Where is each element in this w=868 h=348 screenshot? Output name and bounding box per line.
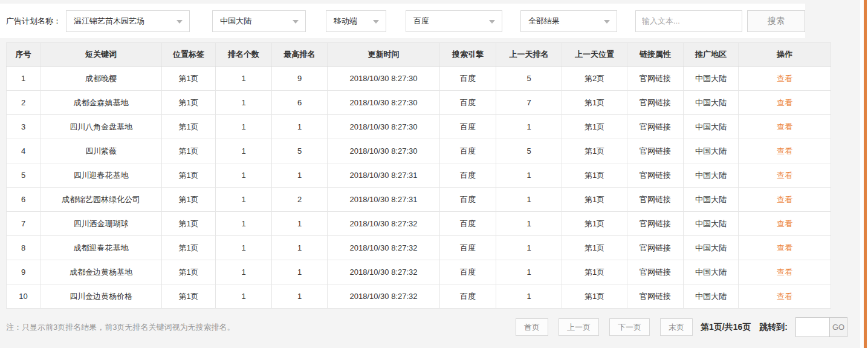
column-header-prev-day-rank: 上一天排名 bbox=[496, 43, 562, 67]
prev-page-button[interactable]: 上一页 bbox=[559, 318, 599, 336]
view-link[interactable]: 查看 bbox=[777, 243, 792, 252]
chevron-down-icon bbox=[293, 20, 299, 24]
cell-prev-day-position: 第1页 bbox=[562, 284, 627, 309]
engine-select[interactable]: 百度 bbox=[406, 10, 502, 32]
cell-update-time: 2018/10/30 8:27:31 bbox=[328, 163, 440, 188]
cell-update-time: 2018/10/30 8:27:30 bbox=[328, 91, 440, 115]
footer: 注：只显示前3页排名结果，前3页无排名关键词视为无搜索排名。 首页 上一页 下一… bbox=[6, 317, 847, 337]
cell-position-tag: 第1页 bbox=[162, 163, 216, 188]
cell-keyword: 成都金森嫃基地 bbox=[40, 91, 162, 115]
plan-select[interactable]: 温江锦艺苗木园艺场 bbox=[66, 10, 190, 32]
cell-link-attr: 官网链接 bbox=[627, 236, 684, 260]
chevron-down-icon bbox=[604, 20, 610, 24]
view-link[interactable]: 查看 bbox=[777, 146, 792, 156]
cell-prev-day-position: 第1页 bbox=[562, 91, 627, 115]
region-select-value: 中国大陆 bbox=[220, 16, 251, 27]
cell-promo-region: 中国大陆 bbox=[684, 67, 739, 91]
jump-to-label: 跳转到: bbox=[759, 322, 788, 333]
cell-prev-day-rank: 1 bbox=[496, 236, 562, 260]
cell-update-time: 2018/10/30 8:27:32 bbox=[328, 236, 440, 260]
scrollbar-thumb[interactable] bbox=[864, 0, 867, 348]
cell-rank-count: 1 bbox=[216, 139, 272, 163]
cell-update-time: 2018/10/30 8:27:32 bbox=[328, 284, 440, 309]
cell-keyword: 成都锦艺园林绿化公司 bbox=[40, 188, 162, 212]
cell-prev-day-rank: 5 bbox=[496, 139, 562, 163]
cell-keyword: 四川迎春花基地 bbox=[40, 163, 162, 188]
cell-index: 9 bbox=[7, 260, 40, 284]
cell-keyword: 成都金边黄杨基地 bbox=[40, 260, 162, 284]
cell-search-engine: 百度 bbox=[440, 139, 496, 163]
view-link[interactable]: 查看 bbox=[777, 98, 792, 107]
column-header-prev-day-position: 上一天位置 bbox=[562, 43, 627, 67]
view-link[interactable]: 查看 bbox=[777, 171, 792, 180]
cell-action: 查看 bbox=[739, 67, 831, 91]
cell-prev-day-rank: 1 bbox=[496, 260, 562, 284]
cell-best-rank: 6 bbox=[272, 91, 328, 115]
view-link[interactable]: 查看 bbox=[777, 74, 792, 83]
cell-update-time: 2018/10/30 8:27:32 bbox=[328, 260, 440, 284]
cell-rank-count: 1 bbox=[216, 260, 272, 284]
cell-index: 6 bbox=[7, 188, 40, 212]
cell-search-engine: 百度 bbox=[440, 67, 496, 91]
cell-action: 查看 bbox=[739, 163, 831, 188]
jump-page-input[interactable] bbox=[795, 317, 830, 337]
table-row: 5四川迎春花基地第1页112018/10/30 8:27:31百度1第1页官网链… bbox=[7, 163, 831, 188]
cell-action: 查看 bbox=[739, 188, 831, 212]
cell-search-engine: 百度 bbox=[440, 91, 496, 115]
cell-update-time: 2018/10/30 8:27:31 bbox=[328, 188, 440, 212]
cell-best-rank: 5 bbox=[272, 139, 328, 163]
cell-prev-day-position: 第1页 bbox=[562, 260, 627, 284]
cell-link-attr: 官网链接 bbox=[627, 67, 684, 91]
cell-position-tag: 第1页 bbox=[162, 236, 216, 260]
plan-select-value: 温江锦艺苗木园艺场 bbox=[74, 16, 144, 27]
view-link[interactable]: 查看 bbox=[777, 292, 792, 301]
cell-promo-region: 中国大陆 bbox=[684, 139, 739, 163]
cell-rank-count: 1 bbox=[216, 91, 272, 115]
cell-keyword: 四川酒金珊瑚球 bbox=[40, 212, 162, 236]
table-row: 1成都晚樱第1页192018/10/30 8:27:30百度5第2页官网链接中国… bbox=[7, 67, 831, 91]
search-input[interactable] bbox=[635, 10, 742, 32]
first-page-button[interactable]: 首页 bbox=[516, 318, 548, 336]
column-header-update-time: 更新时间 bbox=[328, 43, 440, 67]
cell-position-tag: 第1页 bbox=[162, 67, 216, 91]
plan-name-label: 广告计划名称： bbox=[6, 16, 61, 27]
next-page-button[interactable]: 下一页 bbox=[609, 318, 650, 336]
cell-update-time: 2018/10/30 8:27:30 bbox=[328, 67, 440, 91]
cell-promo-region: 中国大陆 bbox=[684, 212, 739, 236]
cell-rank-count: 1 bbox=[216, 115, 272, 139]
cell-position-tag: 第1页 bbox=[162, 284, 216, 309]
cell-keyword: 成都迎春花基地 bbox=[40, 236, 162, 260]
go-button[interactable]: GO bbox=[830, 317, 847, 337]
region-select[interactable]: 中国大陆 bbox=[212, 10, 306, 32]
cell-position-tag: 第1页 bbox=[162, 260, 216, 284]
keyword-rank-table: 序号短关键词位置标签排名个数最高排名更新时间搜索引擎上一天排名上一天位置链接属性… bbox=[6, 42, 831, 309]
table-row: 7四川酒金珊瑚球第1页112018/10/30 8:27:32百度1第1页官网链… bbox=[7, 212, 831, 236]
search-button[interactable]: 搜索 bbox=[747, 10, 805, 32]
cell-rank-count: 1 bbox=[216, 67, 272, 91]
view-link[interactable]: 查看 bbox=[777, 219, 792, 228]
cell-link-attr: 官网链接 bbox=[627, 91, 684, 115]
result-type-select-value: 全部结果 bbox=[528, 16, 560, 27]
view-link[interactable]: 查看 bbox=[777, 122, 792, 131]
cell-position-tag: 第1页 bbox=[162, 188, 216, 212]
chevron-down-icon bbox=[373, 20, 379, 24]
cell-update-time: 2018/10/30 8:27:30 bbox=[328, 115, 440, 139]
cell-best-rank: 2 bbox=[272, 188, 328, 212]
last-page-button[interactable]: 末页 bbox=[660, 318, 693, 336]
cell-link-attr: 官网链接 bbox=[627, 188, 684, 212]
column-header-position-tag: 位置标签 bbox=[162, 43, 216, 67]
device-select-value: 移动端 bbox=[334, 16, 357, 27]
device-select[interactable]: 移动端 bbox=[326, 10, 386, 32]
cell-prev-day-rank: 5 bbox=[496, 67, 562, 91]
cell-action: 查看 bbox=[739, 260, 831, 284]
cell-prev-day-rank: 7 bbox=[496, 91, 562, 115]
view-link[interactable]: 查看 bbox=[777, 268, 792, 277]
cell-link-attr: 官网链接 bbox=[627, 139, 684, 163]
cell-update-time: 2018/10/30 8:27:32 bbox=[328, 212, 440, 236]
cell-promo-region: 中国大陆 bbox=[684, 260, 739, 284]
result-type-select[interactable]: 全部结果 bbox=[520, 10, 617, 32]
cell-promo-region: 中国大陆 bbox=[684, 163, 739, 188]
cell-promo-region: 中国大陆 bbox=[684, 284, 739, 309]
view-link[interactable]: 查看 bbox=[777, 195, 792, 204]
table-row: 8成都迎春花基地第1页112018/10/30 8:27:32百度1第1页官网链… bbox=[7, 236, 831, 260]
